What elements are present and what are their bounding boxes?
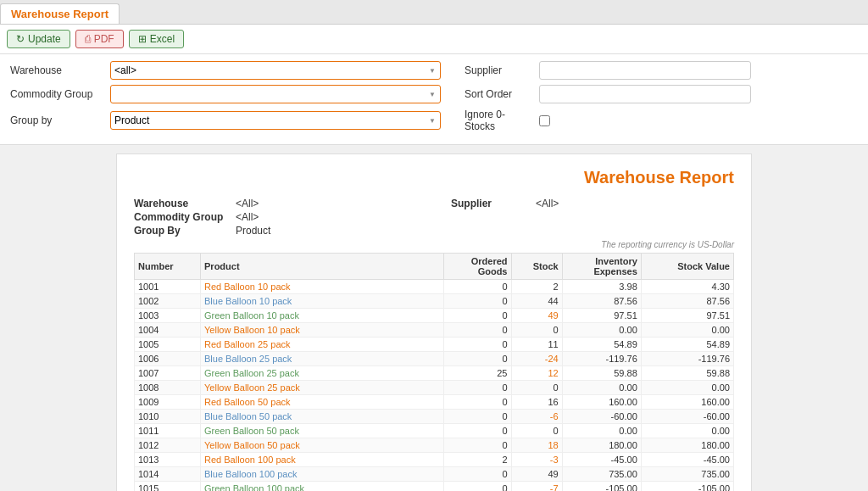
- cell-inventory: 87.56: [562, 294, 641, 309]
- cell-product[interactable]: Blue Balloon 50 pack: [201, 410, 444, 424]
- cell-product[interactable]: Green Balloon 50 pack: [201, 424, 444, 438]
- cell-ordered: 0: [443, 467, 511, 482]
- cell-value: 4.30: [641, 280, 733, 294]
- table-row: 1010 Blue Balloon 50 pack 0 -6 -60.00 -6…: [135, 410, 734, 424]
- filters-area: Warehouse <all> Supplier Commodity Group…: [0, 54, 868, 145]
- table-row: 1013 Red Balloon 100 pack 2 -3 -45.00 -4…: [135, 453, 734, 467]
- cell-inventory: -105.00: [562, 482, 641, 492]
- report-meta: Warehouse <All> Supplier <All> Commodity…: [134, 198, 734, 237]
- cell-stock: 0: [511, 424, 562, 438]
- table-row: 1004 Yellow Balloon 10 pack 0 0 0.00 0.0…: [135, 323, 734, 338]
- cell-value: 59.88: [641, 366, 733, 381]
- cell-product[interactable]: Red Balloon 100 pack: [201, 453, 444, 467]
- cell-ordered: 0: [443, 482, 511, 492]
- warehouse-meta-val: <All>: [236, 198, 434, 209]
- cell-ordered: 0: [443, 410, 511, 424]
- cell-stock: 12: [511, 366, 562, 381]
- table-row: 1015 Green Balloon 100 pack 0 -7 -105.00…: [135, 482, 734, 492]
- groupby-select-wrap: Product: [110, 111, 441, 130]
- cell-ordered: 25: [443, 366, 511, 381]
- groupby-meta-val: [536, 211, 734, 223]
- cell-number: 1005: [135, 338, 201, 352]
- filter-row-1: Warehouse <all> Supplier: [10, 61, 858, 80]
- report-table: Number Product OrderedGoods Stock Invent…: [134, 253, 734, 491]
- col-number: Number: [135, 254, 201, 280]
- excel-button[interactable]: ⊞ Excel: [129, 30, 184, 48]
- cell-stock: 49: [511, 309, 562, 323]
- cell-product[interactable]: Green Balloon 100 pack: [201, 482, 444, 492]
- toolbar: ↻ Update ⎙ PDF ⊞ Excel: [0, 25, 868, 54]
- cell-value: 735.00: [641, 467, 733, 482]
- table-row: 1003 Green Balloon 10 pack 0 49 97.51 97…: [135, 309, 734, 323]
- cell-stock: 16: [511, 395, 562, 410]
- update-button[interactable]: ↻ Update: [7, 30, 70, 48]
- cell-product[interactable]: Red Balloon 25 pack: [201, 338, 444, 352]
- cell-value: -105.00: [641, 482, 733, 492]
- cell-inventory: -119.76: [562, 352, 641, 366]
- cell-ordered: 0: [443, 395, 511, 410]
- filter-row-2: Commodity Group Sort Order Product Numbe…: [10, 85, 858, 103]
- report-inner: Warehouse Report Warehouse <All> Supplie…: [116, 153, 752, 491]
- ignore-label: Ignore 0-Stocks: [465, 109, 532, 132]
- commodity-label: Commodity Group: [10, 88, 103, 100]
- col-inventory: InventoryExpenses: [562, 254, 641, 280]
- cell-stock: -3: [511, 453, 562, 467]
- cell-value: 87.56: [641, 294, 733, 309]
- groupby-select[interactable]: Product: [110, 111, 441, 130]
- table-row: 1002 Blue Balloon 10 pack 0 44 87.56 87.…: [135, 294, 734, 309]
- cell-ordered: 0: [443, 438, 511, 453]
- cell-product[interactable]: Blue Balloon 25 pack: [201, 352, 444, 366]
- cell-product[interactable]: Green Balloon 10 pack: [201, 309, 444, 323]
- cell-product[interactable]: Blue Balloon 10 pack: [201, 294, 444, 309]
- tab-warehouse-report[interactable]: Warehouse Report: [0, 3, 120, 24]
- pdf-button[interactable]: ⎙ PDF: [75, 30, 124, 48]
- ignore-checkbox[interactable]: [539, 115, 550, 126]
- groupby-meta-key: [434, 211, 536, 223]
- cell-value: 180.00: [641, 438, 733, 453]
- cell-inventory: 160.00: [562, 395, 641, 410]
- warehouse-select[interactable]: <all>: [110, 61, 441, 80]
- cell-number: 1006: [135, 352, 201, 366]
- cell-product[interactable]: Red Balloon 10 pack: [201, 280, 444, 294]
- cell-product[interactable]: Yellow Balloon 10 pack: [201, 323, 444, 338]
- cell-stock: 0: [511, 381, 562, 395]
- cell-inventory: 97.51: [562, 309, 641, 323]
- cell-product[interactable]: Yellow Balloon 25 pack: [201, 381, 444, 395]
- commodity-select-wrap: [110, 85, 441, 103]
- excel-icon: ⊞: [138, 33, 147, 45]
- cell-ordered: 0: [443, 294, 511, 309]
- cell-ordered: 0: [443, 352, 511, 366]
- cell-stock: -24: [511, 352, 562, 366]
- supplier-input[interactable]: [539, 61, 751, 80]
- cell-number: 1012: [135, 438, 201, 453]
- table-row: 1007 Green Balloon 25 pack 25 12 59.88 5…: [135, 366, 734, 381]
- commodity-select[interactable]: [110, 85, 441, 103]
- cell-product[interactable]: Red Balloon 50 pack: [201, 395, 444, 410]
- cell-stock: -7: [511, 482, 562, 492]
- cell-product[interactable]: Green Balloon 25 pack: [201, 366, 444, 381]
- cell-inventory: 735.00: [562, 467, 641, 482]
- sort-input[interactable]: Product Number (ascending): [539, 85, 751, 103]
- cell-number: 1002: [135, 294, 201, 309]
- cell-value: -60.00: [641, 410, 733, 424]
- cell-inventory: 0.00: [562, 424, 641, 438]
- cell-number: 1001: [135, 280, 201, 294]
- cell-product[interactable]: Yellow Balloon 50 pack: [201, 438, 444, 453]
- warehouse-meta-key: Warehouse: [134, 198, 236, 209]
- table-row: 1005 Red Balloon 25 pack 0 11 54.89 54.8…: [135, 338, 734, 352]
- cell-product[interactable]: Blue Balloon 100 pack: [201, 467, 444, 482]
- cell-ordered: 0: [443, 309, 511, 323]
- cell-inventory: 0.00: [562, 381, 641, 395]
- cell-number: 1003: [135, 309, 201, 323]
- cell-inventory: 180.00: [562, 438, 641, 453]
- cell-inventory: -60.00: [562, 410, 641, 424]
- cell-number: 1013: [135, 453, 201, 467]
- table-row: 1006 Blue Balloon 25 pack 0 -24 -119.76 …: [135, 352, 734, 366]
- table-row: 1008 Yellow Balloon 25 pack 0 0 0.00 0.0…: [135, 381, 734, 395]
- table-row: 1011 Green Balloon 50 pack 0 0 0.00 0.00: [135, 424, 734, 438]
- commodity-meta-val: <All>: [236, 211, 434, 223]
- cell-value: 97.51: [641, 309, 733, 323]
- col-stock: Stock: [511, 254, 562, 280]
- cell-stock: 0: [511, 323, 562, 338]
- cell-value: 0.00: [641, 323, 733, 338]
